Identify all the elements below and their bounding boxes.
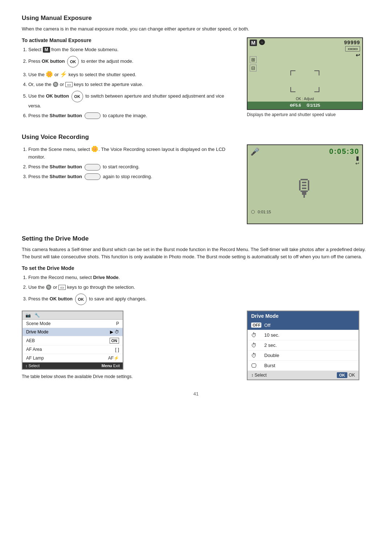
drive-step-1: From the Record menu, select Drive Mode. (28, 274, 370, 282)
voice-step-3: Press the Shutter button again to stop r… (28, 173, 236, 181)
drive-mode-title: Setting the Drive Mode (22, 235, 370, 242)
menu-value-drive-area: ▶ ⏱ (110, 329, 119, 335)
shutter-btn-icon-6 (85, 112, 101, 119)
ok-label-d3: OK button (50, 296, 73, 301)
manual-exposure-intro: When the camera is in the manual exposur… (22, 25, 370, 33)
drive-ok-badge: OK (337, 372, 347, 378)
ok-label-2: OK button (42, 58, 65, 64)
menu-footer-select: ↕ Select (25, 364, 40, 368)
drive-footer-select: ↕ Select (251, 373, 267, 378)
manual-lcd-caption: Displays the aperture and shutter speed … (247, 112, 370, 117)
voice-center: 🎙 (248, 168, 362, 208)
voice-timer-area: 0:05:30 ↩ (329, 147, 359, 166)
menu-menu-label: Menu (102, 364, 112, 368)
voice-step-2: Press the Shutter button to start record… (28, 163, 236, 171)
menu-value-drive: ⏱ (115, 329, 119, 335)
drive-label-2sec: 2 sec. (264, 342, 277, 348)
voice-level-bar (356, 156, 359, 161)
voice-exit-icon: ↩ (355, 161, 359, 166)
drive-row-off[interactable]: OFF Off (248, 321, 359, 330)
drive-row-10sec[interactable]: ⏱ 10 sec. (248, 330, 359, 340)
lcd-battery: ▭▭▭ (345, 46, 360, 52)
drive-step-2: Use the 🔘 or ▭ keys to go through the se… (28, 284, 370, 291)
menu-value-af-lamp: AF⚡ (108, 356, 119, 361)
drive-label-off: Off (264, 323, 270, 328)
menu-row-drive-mode[interactable]: Drive Mode ▶ ⏱ (23, 328, 123, 336)
lcd-flash: ↩ (356, 52, 360, 58)
manual-step-5: Use the OK button OK to switch between a… (28, 91, 236, 110)
ok-button-icon-2: OK (67, 56, 79, 67)
shutter-label-6: Shutter button (50, 113, 82, 118)
focus-tr (314, 70, 319, 75)
drive-panel-footer: ↕ Select OK OK (248, 371, 359, 379)
voice-big-mic: 🎙 (293, 175, 317, 202)
section-voice-recording: Using Voice Recording From the Scene men… (22, 134, 370, 224)
drive-panel-col: Drive Mode OFF Off ⏱ 10 sec. ⏱ 2 sec. (247, 311, 370, 380)
nav-icon-3: 🌼 (46, 71, 53, 77)
shutter-btn-v2 (85, 164, 101, 171)
drive-icon-double: ⏱ (251, 352, 261, 358)
shutter-label-v3: Shutter button (50, 174, 82, 179)
menu-value-scene: P (116, 321, 119, 326)
drive-step-3: Press the OK button OK to save and apply… (28, 294, 370, 305)
menu-value-af-area: [ ] (115, 347, 119, 352)
focus-br (314, 87, 319, 92)
menu-label-af-area: AF Area (26, 347, 42, 352)
drive-row-double[interactable]: ⏱ Double (248, 350, 359, 361)
voice-lcd-col: 🎤 0:05:30 ↩ 🎙 0:01:15 (247, 144, 370, 224)
drive-icon-2sec: ⏱ (251, 342, 261, 348)
lcd-mode-m: M (250, 40, 257, 46)
section-manual-exposure: Using Manual Exposure When the camera is… (22, 15, 370, 123)
drive-mode-panel: Drive Mode OFF Off ⏱ 10 sec. ⏱ 2 sec. (247, 311, 359, 380)
drive-mode-intro: This camera features a Self-timer and Bu… (22, 246, 370, 261)
lcd-left-icons: ⊞ ⊟ (250, 56, 257, 71)
menu-label-drive: Drive Mode (26, 329, 48, 335)
manual-lcd-screen: M 🅐 99999 ▭▭▭ ↩ ⊞ ⊟ (247, 37, 363, 110)
menu-icon-wrench: 🔧 (34, 313, 40, 318)
manual-step-6: Press the Shutter button to capture the … (28, 112, 236, 120)
section-drive-mode: Setting the Drive Mode This camera featu… (22, 235, 370, 380)
lcd-shot-count: 99999 (344, 40, 360, 45)
drive-steps-list: From the Record menu, select Drive Mode.… (28, 274, 370, 305)
voice-dot (251, 210, 255, 214)
voice-recording-title: Using Voice Recording (22, 134, 370, 141)
menu-row-aeb[interactable]: AEB ON (23, 336, 123, 345)
drive-icon-10sec: ⏱ (251, 332, 261, 338)
voice-rec-time: 0:01:15 (258, 210, 271, 214)
lcd-bottom-section: OK : Adjust ⊖F5.6 ①1/125 (248, 97, 362, 109)
lcd-icon-a: 🅐 (259, 40, 265, 46)
ok-label-5: OK button (46, 93, 69, 99)
drive-icon-burst: 🖵 (251, 362, 261, 369)
menu-footer: ↕ Select Menu Exit (23, 362, 123, 369)
drive-label-burst: Burst (264, 363, 275, 368)
voice-bottom: 0:01:15 (248, 208, 362, 216)
drive-table-caption: The table below shows the available Driv… (22, 374, 236, 379)
ok-button-icon-d3: OK (75, 294, 87, 305)
manual-step-2: Press OK button OK to enter the adjust m… (28, 56, 236, 67)
drive-row-burst[interactable]: 🖵 Burst (248, 361, 359, 371)
drive-label-double: Double (264, 353, 279, 358)
menu-row-scene-mode[interactable]: Scene Mode P (23, 320, 123, 328)
drive-footer-ok-area[interactable]: OK OK (337, 372, 355, 378)
voice-lcd-screen: 🎤 0:05:30 ↩ 🎙 0:01:15 (247, 144, 363, 224)
drive-footer-ok-label: OK (349, 373, 355, 378)
lcd-top-bar: M 🅐 99999 ▭▭▭ ↩ (248, 38, 362, 59)
nav-icon-d2a: 🔘 (46, 284, 52, 290)
drive-row-2sec[interactable]: ⏱ 2 sec. (248, 340, 359, 350)
manual-steps-list: Select M from the Scene Mode submenu. Pr… (28, 46, 236, 120)
voice-lcd-top: 🎤 0:05:30 ↩ (248, 145, 362, 168)
manual-steps-col: To activate Manual Exposure Select M fro… (22, 37, 236, 123)
voice-timer: 0:05:30 (329, 147, 359, 156)
lcd-shutter: ①1/125 (306, 103, 320, 108)
voice-steps-list: From the Scene menu, select 🌼. The Voice… (28, 144, 236, 181)
lcd-icon-menu: ⊟ (250, 65, 257, 71)
voice-step-1: From the Scene menu, select 🌼. The Voice… (28, 144, 236, 161)
menu-footer-exit: Menu Exit (102, 364, 120, 368)
manual-exposure-title: Using Manual Exposure (22, 15, 370, 22)
voice-mic-top: 🎤 (250, 147, 260, 156)
menu-row-af-area[interactable]: AF Area [ ] (23, 345, 123, 354)
menu-header: 📷 🔧 (23, 311, 123, 320)
menu-row-af-lamp[interactable]: AF Lamp AF⚡ (23, 354, 123, 362)
ok-button-icon-5: OK (72, 91, 83, 102)
focus-bl (290, 87, 295, 92)
